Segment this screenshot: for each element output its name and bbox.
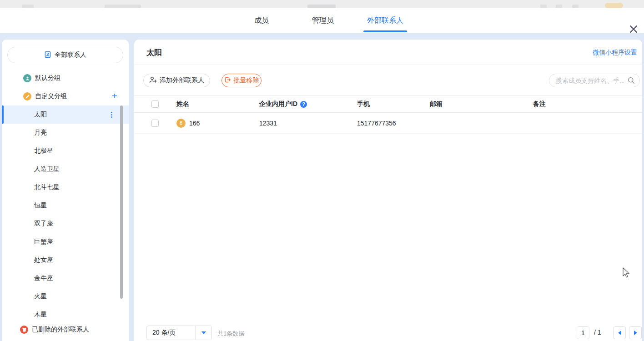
pencil-icon: [23, 92, 31, 100]
chevron-down-icon: [195, 326, 211, 340]
page-total-label: / 1: [594, 329, 601, 336]
sidebar-group-chunvzuo[interactable]: 处女座: [2, 251, 129, 269]
table-row[interactable]: 6 166 12331 15177677356: [134, 113, 642, 134]
page-background: 全部联系人 默认分组 自定义分组 + 太阳: [0, 33, 644, 341]
background-artifact: [605, 3, 623, 8]
sidebar-group-beijixing[interactable]: 北极星: [2, 142, 129, 160]
arrow-left-icon: [618, 331, 621, 335]
contacts-table: 姓名 企业内用户ID ? 手机 邮箱 备注 6 166 12331: [134, 95, 642, 134]
person-icon: [23, 74, 31, 82]
trash-icon: [20, 326, 28, 334]
col-header-remark: 备注: [533, 100, 642, 108]
group-label: 北极星: [34, 147, 53, 155]
search-box: [549, 74, 640, 87]
background-artifact: [22, 5, 34, 8]
sidebar-group-yueliang[interactable]: 月亮: [2, 124, 129, 142]
search-icon: [628, 77, 635, 86]
contacts-sidebar: 全部联系人 默认分组 自定义分组 + 太阳: [2, 40, 129, 341]
sidebar-group-taiyang[interactable]: 太阳: [2, 105, 129, 124]
cell-user-id: 12331: [259, 120, 357, 127]
col-header-email: 邮箱: [430, 100, 533, 108]
pagination-bar: 20 条/页 共1条数据 1 / 1: [134, 326, 642, 340]
page-size-value: 20 条/页: [147, 329, 195, 337]
col-header-name: 姓名: [176, 100, 259, 108]
all-contacts-button[interactable]: 全部联系人: [7, 47, 123, 63]
all-contacts-label: 全部联系人: [55, 51, 86, 59]
group-label: 恒星: [34, 201, 47, 210]
arrow-right-icon: [634, 331, 637, 335]
select-all-checkbox[interactable]: [151, 100, 159, 108]
sidebar-scrollbar[interactable]: [120, 105, 123, 299]
tab-members[interactable]: 成员: [254, 8, 269, 33]
cell-name: 166: [189, 120, 200, 127]
batch-remove-button[interactable]: 批量移除: [221, 74, 262, 87]
screen: 成员 管理员 外部联系人 全部联系人 默认分组: [0, 0, 644, 341]
group-label: 巨蟹座: [34, 238, 53, 246]
col-header-user-id: 企业内用户ID: [259, 100, 297, 108]
add-external-contact-label: 添加外部联系人: [160, 76, 204, 85]
group-label: 木星: [34, 311, 47, 319]
selected-indicator-bar: [2, 105, 4, 124]
custom-group-label: 自定义分组: [35, 92, 67, 100]
default-group-label: 默认分组: [35, 74, 60, 82]
total-count-label: 共1条数据: [217, 330, 244, 338]
contacts-book-icon: [44, 51, 51, 60]
group-label: 太阳: [34, 110, 47, 119]
background-artifact: [572, 5, 579, 8]
more-dots-icon[interactable]: [109, 110, 114, 119]
sidebar-group-shuangzizuo[interactable]: 双子座: [2, 215, 129, 233]
sidebar-group-jinniuzuo[interactable]: 金牛座: [2, 269, 129, 287]
group-label: 金牛座: [34, 274, 53, 282]
page-title: 太阳: [146, 47, 162, 58]
add-external-contact-button[interactable]: 添加外部联系人: [143, 74, 210, 87]
cell-phone: 15177677356: [357, 120, 430, 127]
tab-external-contacts-label: 外部联系人: [367, 16, 403, 25]
mini-program-settings-link[interactable]: 微信小程序设置: [593, 49, 637, 57]
prev-page-button[interactable]: [613, 326, 626, 339]
deleted-contacts-label: 已删除的外部联系人: [32, 326, 89, 334]
group-list: 太阳 月亮 北极星 人造卫星 北斗七星 恒星 双子座 巨蟹座 处女座 金牛座 火…: [2, 105, 129, 324]
next-page-button[interactable]: [629, 326, 642, 339]
avatar: 6: [176, 119, 186, 128]
background-artifact: [556, 5, 562, 8]
col-header-phone: 手机: [357, 100, 430, 108]
batch-remove-label: 批量移除: [234, 76, 259, 85]
add-group-button[interactable]: +: [109, 90, 121, 102]
table-header-row: 姓名 企业内用户ID ? 手机 邮箱 备注: [134, 95, 642, 113]
active-tab-underline: [363, 30, 407, 32]
sidebar-item-default-group[interactable]: 默认分组: [2, 70, 129, 86]
search-input[interactable]: [549, 74, 640, 87]
sidebar-group-huoxing[interactable]: 火星: [2, 287, 129, 306]
sidebar-group-hengxing[interactable]: 恒星: [2, 196, 129, 215]
group-label: 双子座: [34, 220, 53, 228]
panel-header: 太阳 微信小程序设置: [134, 40, 642, 65]
main-panel: 太阳 微信小程序设置 添加外部联系人 批量移除: [134, 40, 642, 341]
sidebar-item-custom-group[interactable]: 自定义分组 +: [2, 88, 129, 105]
remove-export-icon: [224, 76, 231, 85]
background-artifact: [540, 5, 547, 8]
current-page-box[interactable]: 1: [577, 326, 589, 339]
modal-header: 成员 管理员 外部联系人: [0, 8, 644, 33]
group-label: 北斗七星: [34, 183, 60, 191]
sidebar-group-beidouqixing[interactable]: 北斗七星: [2, 178, 129, 196]
background-page-strip: [0, 0, 644, 8]
group-label: 人造卫星: [34, 165, 60, 173]
group-label: 处女座: [34, 256, 53, 264]
tab-external-contacts[interactable]: 外部联系人: [367, 8, 403, 33]
background-artifact: [105, 5, 141, 8]
group-label: 月亮: [34, 129, 47, 137]
sidebar-group-renzaoweixing[interactable]: 人造卫星: [2, 160, 129, 178]
row-checkbox[interactable]: [151, 120, 159, 127]
page-size-select[interactable]: 20 条/页: [146, 326, 212, 340]
group-label: 火星: [34, 292, 47, 301]
sidebar-item-deleted-contacts[interactable]: 已删除的外部联系人: [2, 321, 129, 338]
person-plus-icon: [149, 76, 157, 85]
sidebar-group-muxing[interactable]: 木星: [2, 306, 129, 324]
sidebar-group-juxiezuo[interactable]: 巨蟹座: [2, 233, 129, 251]
tab-admins[interactable]: 管理员: [312, 8, 334, 33]
help-icon[interactable]: ?: [300, 101, 307, 108]
